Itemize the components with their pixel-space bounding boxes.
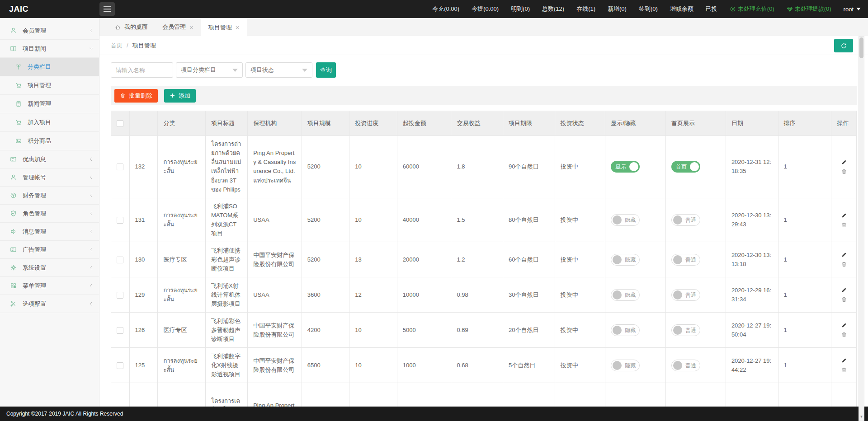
cell-title: โครงการถ่ายภาพด้วยคลื่นสนามแม่เหล็กไฟฟ้า… (205, 136, 247, 198)
table-header-15: 操作 (831, 111, 857, 136)
sidebar-item-14[interactable]: 菜单管理 (0, 277, 99, 295)
delete-button[interactable] (841, 261, 847, 267)
sidebar-item-3[interactable]: 项目管理 (0, 76, 99, 95)
gem-icon (787, 6, 793, 12)
breadcrumb-current: 项目管理 (132, 42, 156, 50)
sidebar-item-4[interactable]: 新闻管理 (0, 95, 99, 113)
chevron-left-icon (89, 265, 94, 270)
breadcrumb: 首页 / 项目管理 (99, 36, 868, 55)
sidebar-item-label: 优惠加息 (23, 155, 89, 164)
row-select-cell (111, 198, 130, 242)
row-checkbox[interactable] (117, 257, 123, 263)
row-checkbox[interactable] (117, 217, 123, 224)
sidebar-item-5[interactable]: 加入项目 (0, 113, 99, 132)
cell-min-invest: 5000 (397, 313, 451, 348)
cell-home: 普通 (666, 313, 726, 348)
show-hide-toggle[interactable]: 显示 (611, 161, 640, 173)
home-icon (115, 24, 121, 30)
cell-agency: USAA (248, 277, 302, 313)
row-checkbox[interactable] (117, 292, 123, 299)
menu-toggle-button[interactable] (99, 2, 115, 16)
select-all-checkbox[interactable] (117, 120, 123, 127)
cell-category: 医疗专区 (158, 313, 205, 348)
sidebar-item-9[interactable]: 财务管理 (0, 187, 99, 205)
cell-progress: 10 (349, 313, 397, 348)
sidebar-item-label: 广告管理 (23, 246, 89, 254)
cell-scale: 6500 (302, 348, 349, 383)
row-checkbox[interactable] (117, 362, 123, 369)
sidebar-item-10[interactable]: 角色管理 (0, 205, 99, 223)
cell-id: 132 (129, 136, 158, 198)
category-select[interactable]: 项目分类栏目 (176, 62, 243, 78)
row-checkbox[interactable] (117, 164, 123, 170)
table-header-row: 分类项目标题保理机构项目规模投资进度起投金额交易收益项目期限投资状态显示/隐藏首… (111, 111, 857, 136)
delete-button[interactable] (841, 367, 847, 373)
add-button[interactable]: 添加 (164, 89, 196, 103)
breadcrumb-home[interactable]: 首页 (111, 42, 123, 50)
show-hide-toggle[interactable]: 隐藏 (611, 254, 640, 266)
edit-button[interactable] (841, 159, 847, 165)
sidebar-item-6[interactable]: 积分商品 (0, 132, 99, 150)
show-hide-toggle[interactable]: 隐藏 (611, 360, 640, 371)
scroll-down-arrow[interactable]: ▼ (859, 415, 864, 419)
delete-button[interactable] (841, 296, 847, 303)
delete-button[interactable] (841, 168, 847, 175)
cell-agency: 中国平安财产保险股份有限公司 (248, 242, 302, 277)
sidebar-item-label: 分类栏目 (28, 63, 94, 71)
refresh-button[interactable] (834, 39, 853, 52)
sidebar-item-15[interactable]: 选项配置 (0, 295, 99, 313)
sidebar-item-label: 项目管理 (28, 81, 94, 89)
sidebar-item-2[interactable]: 分类栏目 (0, 58, 99, 76)
show-hide-toggle[interactable]: 隐藏 (611, 324, 640, 336)
tab-close-icon[interactable]: × (236, 24, 240, 31)
homepage-toggle[interactable]: 首页 (671, 161, 700, 173)
edit-button[interactable] (841, 322, 847, 328)
cell-id: 130 (129, 242, 158, 277)
batch-delete-button[interactable]: 批量删除 (114, 89, 158, 103)
row-checkbox[interactable] (117, 327, 123, 334)
edit-button[interactable] (841, 357, 847, 364)
topbar-alert-0[interactable]: 未处理充值(0) (730, 5, 774, 13)
homepage-toggle[interactable]: 普通 (671, 324, 700, 336)
file-icon (15, 101, 22, 107)
trash-icon (841, 296, 847, 303)
tab-close-icon[interactable]: × (189, 24, 193, 31)
delete-button[interactable] (841, 222, 847, 228)
sidebar-item-8[interactable]: 管理帐号 (0, 168, 99, 187)
show-hide-toggle[interactable]: 隐藏 (611, 289, 640, 301)
sidebar-item-1[interactable]: 项目新闻 (0, 40, 99, 58)
show-hide-toggle[interactable]: 隐藏 (611, 214, 640, 226)
card-icon (10, 246, 17, 253)
scrollbar-track[interactable]: ▼ (859, 36, 864, 421)
homepage-toggle[interactable]: 普通 (671, 254, 700, 266)
topbar-alert-1[interactable]: 未处理提款(0) (787, 5, 831, 13)
sidebar-item-7[interactable]: 优惠加息 (0, 150, 99, 168)
homepage-toggle[interactable]: 普通 (671, 289, 700, 301)
table-header-13: 日期 (726, 111, 778, 136)
cell-profit: 0.98 (451, 277, 503, 313)
cell-sort: 1 (778, 277, 831, 313)
sidebar-item-12[interactable]: 广告管理 (0, 241, 99, 259)
sidebar-item-label: 加入项目 (28, 118, 94, 126)
edit-button[interactable] (841, 287, 847, 293)
sidebar-item-0[interactable]: 会员管理 (0, 22, 99, 40)
chevron-left-icon (89, 28, 94, 33)
topbar-stat-0: 今充(0.00) (432, 5, 459, 13)
tab-0[interactable]: 我的桌面 (108, 18, 155, 36)
search-button[interactable]: 查询 (316, 62, 336, 78)
topbar-stats: 今充(0.00)今提(0.00)明到(0)总数(12)在线(1)新增(0)签到(… (432, 5, 868, 13)
scrollbar-thumb[interactable] (859, 37, 863, 58)
sidebar-item-11[interactable]: 消息管理 (0, 223, 99, 241)
tab-2[interactable]: 项目管理× (201, 18, 247, 37)
name-search-input[interactable] (111, 62, 173, 78)
homepage-toggle[interactable]: 普通 (671, 214, 700, 226)
edit-button[interactable] (841, 212, 847, 219)
trash-icon (841, 168, 847, 175)
homepage-toggle[interactable]: 普通 (671, 360, 700, 371)
tab-1[interactable]: 会员管理× (155, 18, 201, 36)
user-menu[interactable]: root (844, 6, 861, 13)
edit-button[interactable] (841, 252, 847, 258)
sidebar-item-13[interactable]: 系统设置 (0, 259, 99, 277)
status-select[interactable]: 项目状态 (245, 62, 312, 78)
delete-button[interactable] (841, 332, 847, 338)
